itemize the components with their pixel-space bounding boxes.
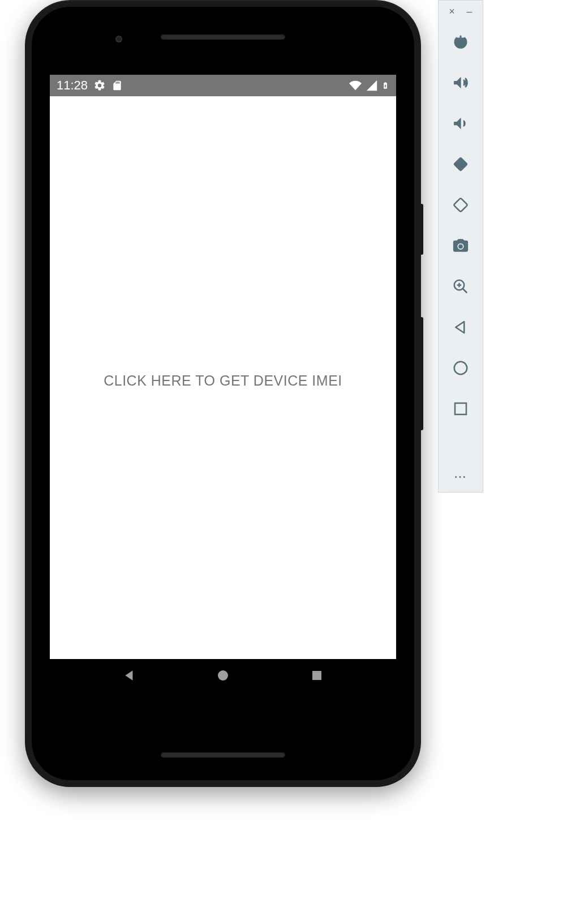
status-time: 11:28 (57, 78, 88, 93)
gear-icon (93, 79, 106, 92)
back-icon (452, 319, 469, 336)
emulator-volume-down-button[interactable] (444, 105, 478, 142)
svg-point-9 (454, 362, 467, 375)
svg-rect-2 (454, 157, 468, 172)
zoom-in-icon (452, 278, 469, 295)
emulator-screenshot-button[interactable] (444, 227, 478, 264)
emulator-rotate-right-button[interactable] (444, 186, 478, 224)
back-icon (122, 668, 137, 683)
nav-bar (50, 659, 396, 692)
svg-point-0 (218, 670, 228, 681)
svg-rect-10 (455, 403, 466, 414)
earpiece-top (161, 34, 285, 40)
phone-screen: 11:28 CLICK (50, 75, 396, 692)
emulator-overview-button[interactable] (444, 390, 478, 427)
overview-icon (310, 669, 324, 682)
power-icon (452, 33, 469, 50)
emulator-close-button[interactable]: × (449, 6, 455, 16)
emulator-rotate-left-button[interactable] (444, 146, 478, 183)
emulator-home-button[interactable] (444, 349, 478, 387)
emulator-minimize-button[interactable]: – (467, 6, 472, 16)
side-button-power (420, 204, 423, 255)
svg-point-4 (459, 245, 463, 249)
rotate-right-icon (452, 196, 469, 213)
nav-back-button[interactable] (115, 661, 144, 690)
emulator-more-button[interactable]: ⋯ (454, 469, 467, 484)
volume-up-icon (452, 74, 469, 91)
svg-rect-3 (454, 198, 468, 212)
camera-icon (452, 237, 469, 254)
emulator-power-button[interactable] (444, 23, 478, 61)
wifi-icon (349, 79, 362, 92)
nav-overview-button[interactable] (303, 661, 331, 690)
earpiece-bottom (161, 752, 285, 758)
app-content: CLICK HERE TO GET DEVICE IMEI (50, 96, 396, 659)
emulator-back-button[interactable] (444, 309, 478, 346)
home-icon (452, 360, 469, 377)
sd-card-icon (111, 79, 123, 92)
battery-charging-icon (381, 79, 389, 92)
signal-icon (366, 79, 378, 92)
phone-frame: 11:28 CLICK (25, 0, 421, 787)
overview-icon (452, 400, 469, 417)
svg-line-6 (463, 289, 467, 293)
status-bar: 11:28 (50, 75, 396, 96)
emulator-toolbar: × – ⋯ (438, 0, 483, 493)
status-left: 11:28 (57, 78, 123, 93)
svg-rect-1 (312, 671, 321, 680)
rotate-left-icon (452, 156, 469, 173)
home-icon (216, 669, 230, 682)
volume-down-icon (452, 115, 469, 132)
front-camera-dot (115, 36, 122, 42)
emulator-volume-up-button[interactable] (444, 64, 478, 101)
emulator-zoom-button[interactable] (444, 268, 478, 305)
emulator-window-controls: × – (439, 4, 483, 20)
nav-home-button[interactable] (209, 661, 237, 690)
side-button-volume (420, 317, 423, 430)
status-right (349, 79, 389, 92)
get-imei-button[interactable]: CLICK HERE TO GET DEVICE IMEI (104, 373, 342, 389)
